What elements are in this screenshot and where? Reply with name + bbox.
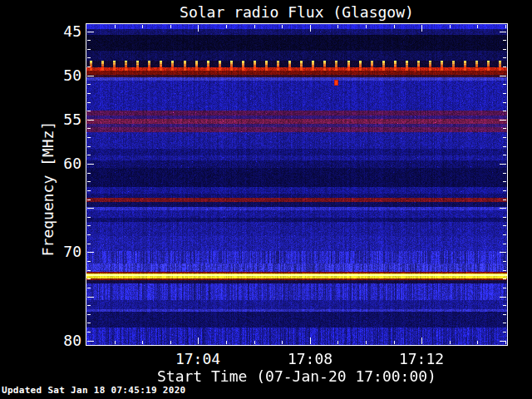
axis-tick <box>503 102 506 103</box>
axis-tick <box>421 337 422 344</box>
axis-tick <box>366 25 367 28</box>
axis-tick <box>170 25 171 28</box>
axis-tick <box>142 25 143 28</box>
axis-tick <box>226 25 227 28</box>
axis-tick <box>142 341 143 344</box>
axis-tick <box>87 190 91 191</box>
axis-tick <box>503 225 506 226</box>
axis-tick <box>282 25 283 28</box>
axis-tick <box>503 190 506 191</box>
axis-tick <box>87 297 94 298</box>
axis-tick <box>503 40 506 41</box>
axis-tick <box>87 32 94 32</box>
axis-tick <box>254 25 255 28</box>
y-axis-label: Frequency [MHz] <box>39 121 57 257</box>
axis-tick <box>477 25 478 28</box>
y-tick-label: 80 <box>0 333 81 348</box>
axis-tick <box>500 32 506 32</box>
axis-tick <box>503 305 506 306</box>
axis-tick <box>503 181 506 182</box>
axis-tick <box>503 49 506 50</box>
axis-tick <box>505 25 506 28</box>
axis-tick <box>503 128 506 129</box>
axis-tick <box>87 341 94 342</box>
axis-tick <box>87 102 91 103</box>
axis-tick <box>503 288 506 288</box>
axis-tick <box>87 84 91 85</box>
axis-tick <box>337 341 338 344</box>
axis-tick <box>87 305 91 306</box>
axis-tick <box>87 173 91 174</box>
axis-tick <box>477 341 478 344</box>
axis-tick <box>87 181 91 182</box>
x-tick-label: 17:12 <box>388 350 455 367</box>
axis-tick <box>87 261 91 262</box>
axis-tick <box>337 25 338 28</box>
axis-tick <box>254 341 255 344</box>
axis-tick <box>87 164 94 165</box>
axis-tick <box>503 261 506 262</box>
axis-tick <box>503 111 506 111</box>
axis-tick <box>282 341 283 344</box>
solar-radio-spectrogram: Solar radio Flux (Glasgow) 4550556070801… <box>0 0 532 399</box>
y-tick-label: 50 <box>0 68 81 83</box>
axis-tick <box>87 120 94 121</box>
axis-tick <box>87 332 91 332</box>
axis-tick <box>503 57 506 58</box>
axis-tick <box>310 337 311 344</box>
axis-tick <box>503 137 506 138</box>
axis-tick <box>503 155 506 155</box>
axis-tick <box>500 252 506 253</box>
axis-tick <box>87 244 91 244</box>
axis-tick <box>87 66 91 67</box>
axis-tick <box>87 288 91 288</box>
axis-tick <box>226 341 227 344</box>
axis-tick <box>366 341 367 344</box>
axis-tick <box>503 278 506 279</box>
axis-tick <box>87 49 91 50</box>
axis-tick <box>503 323 506 323</box>
axis-tick <box>503 93 506 94</box>
axis-tick <box>87 278 91 279</box>
axis-tick <box>198 337 199 344</box>
axis-tick <box>500 297 506 298</box>
y-tick-label: 45 <box>0 24 81 39</box>
axis-tick <box>115 25 116 28</box>
axis-tick <box>87 76 94 76</box>
axis-tick <box>87 111 91 111</box>
axis-tick <box>421 25 422 32</box>
x-tick-label: 17:04 <box>165 350 231 367</box>
axis-tick <box>87 270 91 271</box>
axis-tick <box>87 234 91 235</box>
axis-tick <box>87 208 94 209</box>
axis-tick <box>87 314 91 315</box>
axis-tick <box>87 155 91 155</box>
axis-tick <box>503 200 506 200</box>
axis-tick <box>87 146 91 147</box>
axis-tick <box>503 332 506 332</box>
axis-tick <box>500 164 506 165</box>
axis-tick <box>87 225 91 226</box>
axis-tick <box>503 173 506 174</box>
x-tick-label: 17:08 <box>277 350 343 367</box>
axis-tick <box>450 25 451 28</box>
axis-tick <box>500 208 506 209</box>
axis-tick <box>450 341 451 344</box>
axis-tick <box>87 252 94 253</box>
axis-tick <box>503 234 506 235</box>
x-axis-label: Start Time (07-Jan-20 17:00:00) <box>86 367 507 385</box>
axis-tick <box>115 341 116 344</box>
axis-tick <box>170 341 171 344</box>
axis-tick <box>503 270 506 271</box>
axis-tick <box>87 217 91 218</box>
axis-tick <box>87 128 91 129</box>
axis-tick <box>87 323 91 323</box>
axis-tick <box>87 200 91 200</box>
axis-tick <box>505 341 506 344</box>
plot-title: Solar radio Flux (Glasgow) <box>86 3 507 21</box>
axis-tick <box>503 84 506 85</box>
updated-timestamp: Updated Sat Jan 18 07:45:19 2020 <box>2 385 186 396</box>
axis-tick <box>87 137 91 138</box>
axis-tick <box>503 244 506 244</box>
axis-tick <box>394 25 395 28</box>
